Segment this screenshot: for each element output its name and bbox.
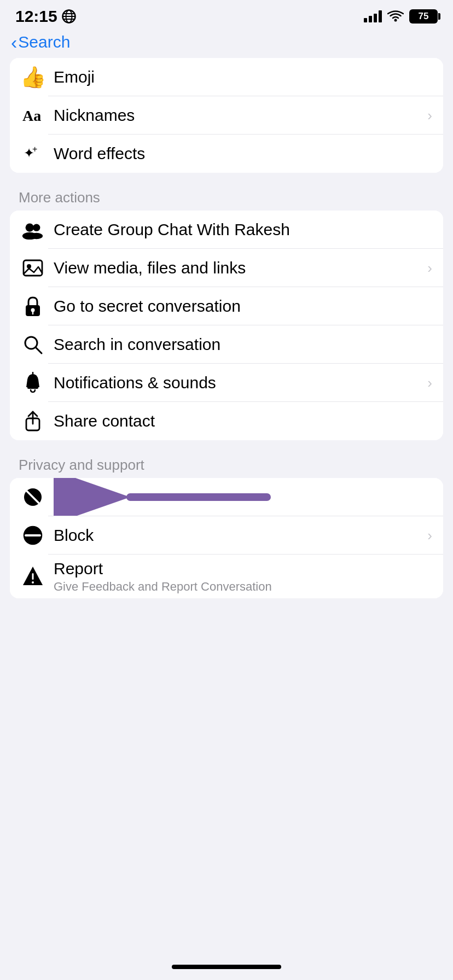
notifications-item[interactable]: Notifications & sounds › bbox=[10, 364, 443, 402]
svg-rect-31 bbox=[25, 534, 41, 536]
view-media-chevron-icon: › bbox=[427, 260, 432, 277]
customization-card: 👍 Emoji Aa Nicknames › ✦ + Word effects bbox=[10, 58, 443, 173]
nicknames-icon: Aa bbox=[21, 103, 45, 127]
search-icon bbox=[21, 332, 45, 357]
svg-point-9 bbox=[26, 224, 34, 232]
svg-text:+: + bbox=[32, 144, 37, 154]
block-item[interactable]: Block › bbox=[10, 516, 443, 555]
battery-icon: 75 bbox=[409, 9, 438, 24]
report-label: Report bbox=[54, 559, 103, 578]
home-indicator bbox=[172, 965, 281, 969]
svg-point-12 bbox=[30, 233, 43, 239]
svg-point-34 bbox=[32, 581, 34, 584]
restrict-item[interactable]: Restrict bbox=[10, 478, 443, 516]
block-label: Block bbox=[54, 526, 94, 544]
restrict-label: Restrict bbox=[54, 488, 109, 506]
privacy-support-card: Restrict Block bbox=[10, 478, 443, 598]
view-media-item[interactable]: View media, files and links › bbox=[10, 249, 443, 287]
svg-point-5 bbox=[394, 19, 397, 22]
word-effects-item[interactable]: ✦ + Word effects bbox=[10, 135, 443, 173]
lock-icon bbox=[21, 294, 45, 318]
share-contact-item[interactable]: Share contact bbox=[10, 402, 443, 440]
back-nav[interactable]: ‹ Search bbox=[0, 28, 453, 58]
nicknames-label: Nicknames bbox=[54, 106, 135, 124]
back-nav-label[interactable]: Search bbox=[18, 33, 70, 51]
back-chevron-icon: ‹ bbox=[11, 33, 17, 51]
create-group-item[interactable]: Create Group Chat With Rakesh bbox=[10, 211, 443, 249]
report-icon bbox=[21, 564, 45, 588]
notifications-chevron-icon: › bbox=[427, 375, 432, 392]
svg-point-10 bbox=[33, 224, 40, 231]
privacy-support-label: Privacy and support bbox=[0, 448, 453, 478]
secret-conversation-item[interactable]: Go to secret conversation bbox=[10, 287, 443, 325]
block-icon bbox=[21, 523, 45, 547]
emoji-item[interactable]: 👍 Emoji bbox=[10, 58, 443, 96]
emoji-label: Emoji bbox=[54, 68, 95, 86]
create-group-label: Create Group Chat With Rakesh bbox=[54, 220, 290, 238]
svg-text:Aa: Aa bbox=[22, 107, 41, 124]
report-item[interactable]: Report Give Feedback and Report Conversa… bbox=[10, 555, 443, 598]
more-actions-label: More actions bbox=[0, 180, 453, 211]
bell-icon bbox=[21, 371, 45, 395]
svg-line-19 bbox=[36, 347, 42, 353]
nicknames-chevron-icon: › bbox=[427, 107, 432, 124]
signal-icon bbox=[364, 10, 382, 22]
emoji-icon: 👍 bbox=[21, 65, 45, 89]
restrict-arrow-annotation bbox=[119, 478, 272, 516]
globe-icon bbox=[62, 9, 76, 24]
svg-rect-33 bbox=[32, 573, 34, 580]
more-actions-card: Create Group Chat With Rakesh View media… bbox=[10, 211, 443, 440]
report-sublabel: Give Feedback and Report Conversation bbox=[54, 580, 432, 594]
view-media-label: View media, files and links bbox=[54, 259, 246, 277]
restrict-icon bbox=[21, 485, 45, 509]
word-effects-icon: ✦ + bbox=[21, 142, 45, 166]
status-bar: 12:15 75 bbox=[0, 0, 453, 28]
notifications-label: Notifications & sounds bbox=[54, 374, 216, 392]
group-chat-icon bbox=[21, 218, 45, 242]
status-right: 75 bbox=[364, 9, 438, 24]
search-conversation-label: Search in conversation bbox=[54, 335, 220, 353]
nicknames-item[interactable]: Aa Nicknames › bbox=[10, 96, 443, 135]
secret-conversation-label: Go to secret conversation bbox=[54, 297, 241, 315]
share-icon bbox=[21, 409, 45, 433]
media-icon bbox=[21, 256, 45, 280]
search-conversation-item[interactable]: Search in conversation bbox=[10, 325, 443, 364]
block-chevron-icon: › bbox=[427, 527, 432, 544]
svg-rect-20 bbox=[27, 386, 38, 389]
status-time: 12:15 bbox=[15, 7, 76, 26]
word-effects-label: Word effects bbox=[54, 144, 145, 162]
share-contact-label: Share contact bbox=[54, 412, 155, 430]
wifi-icon bbox=[387, 10, 404, 22]
